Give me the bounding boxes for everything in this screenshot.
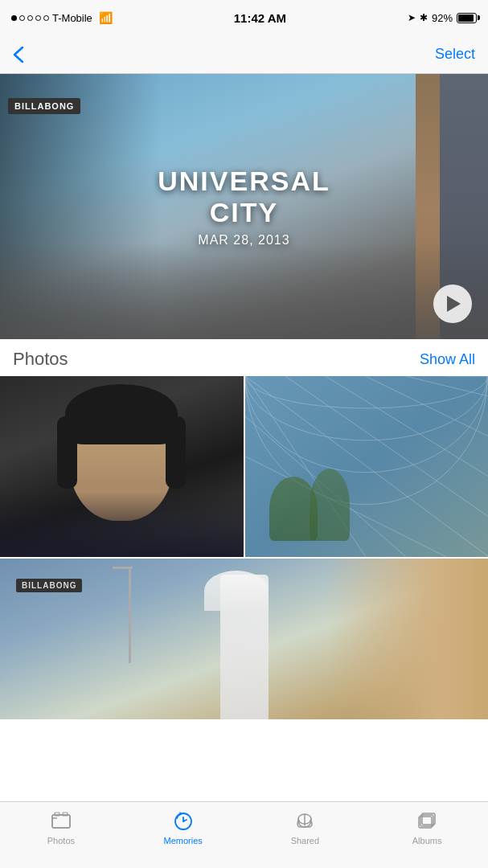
svg-line-2 (325, 376, 488, 477)
photo-bottom[interactable]: BILLABONG (0, 559, 488, 719)
photos-tab-icon (50, 810, 72, 833)
signal-dot-5 (43, 15, 49, 21)
hero-text-container: UNIVERSAL CITY MAR 28, 2013 (122, 166, 367, 248)
select-button[interactable]: Select (435, 46, 475, 63)
shared-tab-icon (293, 810, 316, 833)
location-icon: ➤ (408, 12, 416, 23)
status-bar: T-Mobile 📶 11:42 AM ➤ ✱ 92% (0, 0, 488, 35)
svg-rect-17 (63, 813, 68, 816)
battery-icon (457, 13, 477, 23)
status-left: T-Mobile 📶 (11, 11, 113, 24)
svg-rect-13 (52, 815, 70, 828)
hero-date: MAR 28, 2013 (122, 233, 367, 248)
play-button[interactable] (433, 285, 472, 323)
tab-shared-label: Shared (291, 836, 319, 845)
svg-line-3 (365, 376, 488, 436)
photo-dome[interactable] (245, 376, 489, 557)
tab-shared[interactable]: Shared (244, 810, 367, 845)
show-all-button[interactable]: Show All (420, 351, 475, 368)
svg-rect-14 (52, 815, 70, 828)
hero-title: UNIVERSAL CITY (122, 166, 367, 228)
bluetooth-icon: ✱ (420, 12, 428, 23)
status-time: 11:42 AM (234, 11, 286, 25)
nav-bar: Select (0, 35, 488, 74)
hero-section: BILLABONG UNIVERSAL CITY MAR 28, 2013 (0, 74, 488, 339)
tab-memories[interactable]: Memories (122, 810, 244, 845)
wifi-icon: 📶 (99, 11, 113, 24)
photos-label: Photos (13, 349, 68, 370)
memories-tab-icon (172, 810, 195, 833)
carrier-label: T-Mobile (52, 12, 92, 24)
photos-section: Photos Show All (0, 339, 488, 719)
signal-dot-2 (19, 15, 25, 21)
signal-dot-1 (11, 15, 17, 21)
tab-albums-label: Albums (412, 836, 442, 845)
back-button[interactable] (13, 46, 24, 63)
streetlight (129, 567, 131, 663)
tab-photos-label: Photos (47, 836, 75, 845)
tab-memories-label: Memories (163, 836, 202, 845)
photo-grid-top (0, 376, 488, 557)
battery-percent: 92% (432, 12, 453, 24)
svg-line-4 (405, 376, 488, 396)
play-triangle-icon (447, 296, 461, 312)
svg-point-11 (245, 376, 487, 473)
signal-dot-3 (27, 15, 33, 21)
albums-tab-icon (416, 810, 438, 833)
photos-header: Photos Show All (0, 339, 488, 376)
svg-rect-16 (55, 813, 59, 816)
tab-bar: Photos Memories Shared (0, 801, 488, 868)
signal-dot-4 (35, 15, 41, 21)
tab-albums[interactable]: Albums (366, 810, 488, 845)
tab-photos[interactable]: Photos (0, 810, 122, 845)
hero-ground (0, 243, 488, 339)
status-right: ➤ ✱ 92% (408, 12, 477, 24)
billabong-sign: BILLABONG (8, 98, 80, 114)
photo-selfie[interactable] (0, 376, 244, 557)
billabong-sign-bottom: BILLABONG (16, 579, 82, 592)
signal-dots (11, 15, 49, 21)
